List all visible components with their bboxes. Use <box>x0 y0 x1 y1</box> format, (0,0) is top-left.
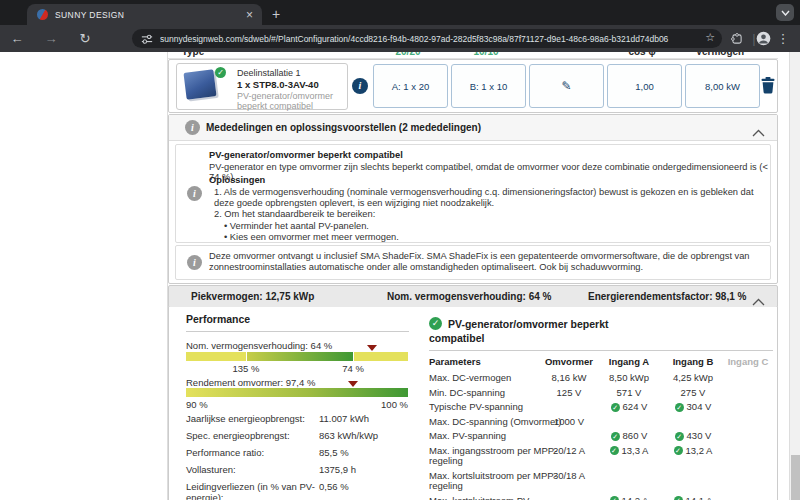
info-icon: i <box>187 255 202 270</box>
url-text: sunnydesignweb.com/sdweb/#/PlantConfigur… <box>160 34 690 44</box>
power-box[interactable]: 8,00 kW <box>685 64 760 108</box>
energy-factor-summary: Energierendementsfactor: 98,1 % <box>588 286 746 307</box>
warning-text: PV-generator en type omvormer zijn slech… <box>209 162 770 182</box>
gauge1-marker <box>367 345 377 351</box>
tab-strip: SUNNY DESIGN × + <box>0 0 800 25</box>
input-b-box[interactable]: B: 1 x 10 <box>451 64 526 108</box>
col-type: Type <box>182 52 205 57</box>
peak-power-summary: Piekvermogen: 12,75 kWp <box>191 286 314 307</box>
divider <box>429 350 773 351</box>
trash-icon <box>761 77 775 94</box>
compat-table-header: Parameters Omvormer Ingang A Ingang B In… <box>429 356 773 367</box>
chevron-up-icon <box>752 129 765 137</box>
warning-title: PV-generator/omvormer beperkt compatibel <box>209 150 403 160</box>
new-tab-button[interactable]: + <box>272 5 280 23</box>
table-row: Min. DC-spanning 125 V 571 V 275 V <box>429 388 773 399</box>
plant-configuration-content: Type 20/20 10/10 cos φ Vermogen ✓ Deelin… <box>168 52 778 500</box>
delete-button[interactable] <box>761 77 775 98</box>
gauge2-max: 100 % <box>381 399 408 410</box>
results-summary-bar[interactable]: Piekvermogen: 12,75 kWp Nom. vermogensve… <box>168 285 778 308</box>
table-row: Max. kortsluitstroom PV ✓14,2 A ✓14,1 A <box>429 496 773 500</box>
table-row: Max. ingangsstroom per MPP- regeling 20/… <box>429 446 773 467</box>
check-icon: ✓ <box>611 403 620 412</box>
inverter-model: 1 x STP8.0-3AV-40 <box>237 79 319 90</box>
inverter-row: ✓ Deelinstallatie 1 1 x STP8.0-3AV-40 PV… <box>168 59 778 113</box>
address-bar[interactable]: sunnydesignweb.com/sdweb/#/PlantConfigur… <box>132 29 722 48</box>
browser-tab[interactable]: SUNNY DESIGN × <box>27 4 262 25</box>
check-icon: ✓ <box>675 432 684 441</box>
pencil-icon: ✎ <box>561 79 571 93</box>
col-power: Vermogen <box>696 52 744 57</box>
solution-bullet-1: • Verminder het aantal PV-panelen. <box>224 221 369 231</box>
messages-accordion-header[interactable]: i Mededelingen en oplossingsvoorstellen … <box>169 115 777 141</box>
inverter-status-line1: PV-generator/omvormer <box>237 91 333 101</box>
messages-accordion: i Mededelingen en oplossingsvoorstellen … <box>168 114 778 284</box>
list-item: Jaarlijkse energieopbrengst:11.007 kWh <box>186 413 426 424</box>
check-badge-icon: ✓ <box>215 67 226 78</box>
info-icon[interactable]: i <box>352 78 368 94</box>
browser-window: SUNNY DESIGN × + ← → ↻ sunnydesignweb.co… <box>0 0 800 500</box>
compatibility-section: ✓ PV-generator/omvormer beperkt compatib… <box>429 317 773 500</box>
gauge2-min: 90 % <box>186 399 208 410</box>
edit-configuration-button[interactable]: ✎ <box>529 64 604 108</box>
gauge1-tick-135: 135 % <box>233 363 260 374</box>
shadefix-note-box: i Deze omvormer ontvangt u inclusief SMA… <box>175 245 771 280</box>
tab-close-icon[interactable]: × <box>246 9 253 21</box>
power-ratio-gauge: 135 % 74 % <box>186 352 408 361</box>
list-item: Performance ratio:85,5 % <box>186 447 426 458</box>
check-icon: ✓ <box>675 403 684 412</box>
info-icon: i <box>185 120 200 135</box>
results-panel: Performance Nom. vermogensverhouding: 64… <box>168 307 778 500</box>
table-row: Max. PV-spanning ✓860 V ✓430 V <box>429 431 773 442</box>
site-settings-icon[interactable] <box>141 33 153 45</box>
page-body: Type 20/20 10/10 cos φ Vermogen ✓ Deelin… <box>0 52 800 500</box>
check-icon: ✓ <box>610 496 619 500</box>
gauge2-label: Rendement omvormer: 97,4 % <box>186 377 315 388</box>
compat-title-line2: compatibel <box>429 331 773 345</box>
profile-avatar[interactable] <box>752 25 774 52</box>
forward-icon[interactable]: → <box>40 25 62 52</box>
table-row: Max. kortsluitstroom per MPP- regeling 3… <box>429 471 773 492</box>
tab-title: SUNNY DESIGN <box>55 10 246 20</box>
bookmark-star-icon[interactable]: ☆ <box>705 31 715 44</box>
bullet-icon: • <box>224 221 227 231</box>
gauge2-marker <box>348 381 358 387</box>
menu-dots-icon[interactable]: ⋮ <box>772 25 794 52</box>
solution-item-2: 2. Om het standaardbereik te bereiken: <box>214 209 375 219</box>
cos-phi-box[interactable]: 1,00 <box>607 64 682 108</box>
check-icon: ✓ <box>610 446 619 455</box>
tab-search-button[interactable] <box>776 4 794 21</box>
sma-favicon-icon <box>37 9 48 20</box>
check-icon: ✓ <box>674 446 683 455</box>
performance-title: Performance <box>186 313 409 332</box>
col-cos-phi: cos φ <box>628 52 655 57</box>
col-input-b: 10/10 <box>473 52 498 57</box>
collapse-button[interactable] <box>752 123 765 141</box>
table-row: Typische PV-spanning ✓624 V ✓304 V <box>429 402 773 413</box>
inverter-image <box>183 69 216 99</box>
chevron-up-icon <box>752 298 765 306</box>
scrollbar[interactable] <box>789 52 800 500</box>
list-item: Vollasturen:1375,9 h <box>186 464 426 475</box>
nominal-ratio-summary: Nom. vermogensverhouding: 64 % <box>387 286 551 307</box>
chevron-down-icon <box>781 10 790 16</box>
inverter-device-card[interactable]: ✓ Deelinstallatie 1 1 x STP8.0-3AV-40 PV… <box>176 63 348 110</box>
check-circle-icon: ✓ <box>429 317 442 330</box>
info-icon: i <box>187 186 202 201</box>
table-column-header: Type 20/20 10/10 cos φ Vermogen <box>168 52 778 59</box>
check-icon: ✓ <box>611 432 620 441</box>
solution-bullet-2: • Kies een omvormer met meer vermogen. <box>224 232 399 242</box>
table-row: Max. DC-spanning (Omvormer) 1000 V <box>429 417 773 428</box>
col-input-a: 20/20 <box>395 52 420 57</box>
refresh-icon[interactable]: ↻ <box>74 25 96 52</box>
gauge1-label: Nom. vermogensverhouding: 64 % <box>186 340 332 351</box>
warning-message-box: i PV-generator/omvormer beperkt compatib… <box>175 144 771 243</box>
scrollbar-thumb[interactable] <box>791 455 800 500</box>
performance-values: Jaarlijkse energieopbrengst:11.007 kWh S… <box>186 413 426 500</box>
list-item: Leidingverliezen (in % van PV-energie):0… <box>186 481 426 500</box>
solution-item-1: 1. Als de vermogensverhouding (nominale … <box>214 187 762 208</box>
efficiency-gauge: 90 % 100 % <box>186 388 408 397</box>
back-icon[interactable]: ← <box>6 25 28 52</box>
input-a-box[interactable]: A: 1 x 20 <box>373 64 448 108</box>
subinstallation-name: Deelinstallatie 1 <box>237 68 301 78</box>
